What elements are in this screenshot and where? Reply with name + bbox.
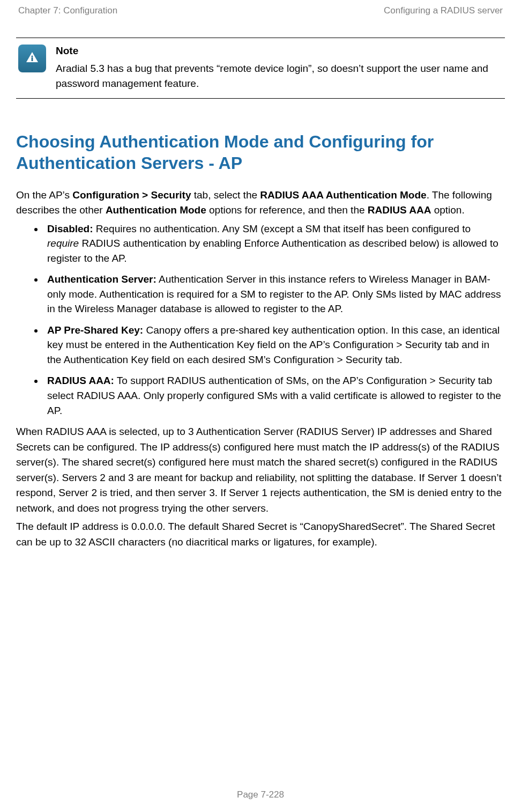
text-bold: Configuration > Security: [72, 189, 191, 201]
body-paragraph-radius-aaa: When RADIUS AAA is selected, up to 3 Aut…: [16, 424, 505, 516]
item-italic: require: [47, 238, 79, 249]
list-item: AP Pre-Shared Key: Canopy offers a pre-s…: [44, 323, 505, 367]
list-item: RADIUS AAA: To support RADIUS authentica…: [44, 373, 505, 418]
svg-rect-1: [32, 57, 33, 61]
bullet-list: Disabled: Requires no authentication. An…: [16, 222, 505, 418]
text: tab, select the: [191, 189, 260, 201]
body-paragraph-defaults: The default IP address is 0.0.0.0. The d…: [16, 519, 505, 550]
item-label: Disabled:: [47, 223, 93, 234]
item-label: AP Pre-Shared Key:: [47, 324, 143, 336]
text-bold: RADIUS AAA Authentication Mode: [260, 189, 426, 201]
svg-point-0: [31, 55, 33, 57]
text: On the AP’s: [16, 189, 72, 201]
page-footer: Page 7-228: [0, 789, 521, 800]
item-label: RADIUS AAA:: [47, 375, 114, 386]
note-title: Note: [56, 43, 503, 59]
note-body: Aradial 5.3 has a bug that prevents “rem…: [56, 61, 503, 92]
text: options for reference, and then the: [206, 204, 368, 216]
text-bold: Authentication Mode: [106, 204, 206, 216]
item-label: Authentication Server:: [47, 274, 157, 285]
list-item: Disabled: Requires no authentication. An…: [44, 222, 505, 266]
note-callout: Note Aradial 5.3 has a bug that prevents…: [16, 38, 505, 99]
list-item: Authentication Server: Authentication Se…: [44, 272, 505, 316]
header-chapter: Chapter 7: Configuration: [18, 5, 117, 16]
item-text: RADIUS authentication by enabling Enforc…: [47, 238, 498, 264]
text: option.: [431, 204, 464, 216]
text-bold: RADIUS AAA: [368, 204, 431, 216]
note-icon: [18, 45, 46, 72]
item-text: To support RADIUS authentication of SMs,…: [47, 375, 501, 416]
header-section: Configuring a RADIUS server: [384, 5, 503, 16]
item-text: Requires no authentication. Any SM (exce…: [93, 223, 471, 234]
page-header: Chapter 7: Configuration Configuring a R…: [16, 5, 505, 16]
note-content: Note Aradial 5.3 has a bug that prevents…: [56, 43, 503, 92]
intro-paragraph: On the AP’s Configuration > Security tab…: [16, 188, 505, 218]
section-heading: Choosing Authentication Mode and Configu…: [16, 131, 505, 174]
